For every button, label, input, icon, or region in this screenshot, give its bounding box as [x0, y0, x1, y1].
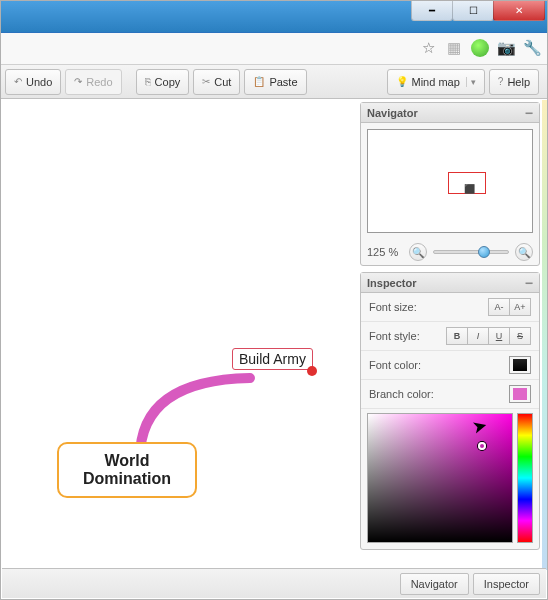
- browser-action-icons: ☆ ▦ 📷 🔧: [419, 39, 541, 57]
- navigator-tab[interactable]: Navigator: [400, 573, 469, 595]
- help-button[interactable]: ?Help: [489, 69, 539, 95]
- redo-button[interactable]: ↷Redo: [65, 69, 121, 95]
- status-bar: Navigator Inspector: [2, 568, 546, 598]
- main-toolbar: ↶Undo ↷Redo ⎘Copy ✂Cut 📋Paste 💡Mind map▾…: [1, 65, 547, 99]
- font-size-decrease-button[interactable]: A-: [488, 298, 510, 316]
- inspector-titlebar[interactable]: Inspector −: [361, 273, 539, 293]
- close-button[interactable]: ✕: [493, 1, 545, 21]
- copy-label: Copy: [155, 76, 181, 88]
- wrench-icon[interactable]: 🔧: [523, 39, 541, 57]
- collapse-icon[interactable]: −: [525, 278, 533, 288]
- address-bar: ☆ ▦ 📷 🔧: [1, 33, 547, 65]
- minimap-content: ⬛: [464, 184, 475, 194]
- font-size-row: Font size: A- A+: [361, 293, 539, 322]
- window-controls: ━ ☐ ✕: [412, 1, 545, 21]
- bulb-icon: 💡: [396, 76, 408, 87]
- inspector-panel: Inspector − Font size: A- A+ Font style:…: [360, 272, 540, 550]
- undo-label: Undo: [26, 76, 52, 88]
- presence-icon[interactable]: [471, 39, 489, 57]
- cut-label: Cut: [214, 76, 231, 88]
- color-picker: [367, 413, 533, 543]
- window-border-decoration: [542, 100, 548, 570]
- collapse-icon[interactable]: −: [525, 108, 533, 118]
- color-picker-handle[interactable]: [478, 442, 486, 450]
- font-color-swatch[interactable]: [509, 356, 531, 374]
- grid-icon[interactable]: ▦: [445, 39, 463, 57]
- bold-button[interactable]: B: [446, 327, 468, 345]
- child-node[interactable]: Build Army: [232, 348, 313, 370]
- inspector-title: Inspector: [367, 277, 417, 289]
- font-size-label: Font size:: [369, 301, 417, 313]
- font-size-increase-button[interactable]: A+: [509, 298, 531, 316]
- minimize-button[interactable]: ━: [411, 1, 453, 21]
- navigator-preview[interactable]: ⬛: [367, 129, 533, 233]
- help-label: Help: [507, 76, 530, 88]
- window-titlebar: ━ ☐ ✕: [1, 1, 547, 33]
- node-handle[interactable]: [307, 366, 317, 376]
- camera-icon[interactable]: 📷: [497, 39, 515, 57]
- copy-icon: ⎘: [145, 76, 151, 87]
- help-icon: ?: [498, 76, 504, 87]
- root-node-label: World Domination: [59, 452, 195, 488]
- italic-button[interactable]: I: [467, 327, 489, 345]
- branch-color-swatch[interactable]: [509, 385, 531, 403]
- cut-button[interactable]: ✂Cut: [193, 69, 240, 95]
- redo-icon: ↷: [74, 76, 82, 87]
- mindmap-menu-button[interactable]: 💡Mind map▾: [387, 69, 485, 95]
- zoom-controls: 125 % 🔍 🔍: [361, 239, 539, 267]
- zoom-slider-thumb[interactable]: [478, 246, 490, 258]
- zoom-in-button[interactable]: 🔍: [515, 243, 533, 261]
- font-style-row: Font style: B I U S: [361, 322, 539, 351]
- child-node-label: Build Army: [239, 351, 306, 367]
- zoom-out-button[interactable]: 🔍: [409, 243, 427, 261]
- hue-slider[interactable]: [517, 413, 533, 543]
- font-color-row: Font color:: [361, 351, 539, 380]
- redo-label: Redo: [86, 76, 112, 88]
- underline-button[interactable]: U: [488, 327, 510, 345]
- copy-button[interactable]: ⎘Copy: [136, 69, 190, 95]
- maximize-button[interactable]: ☐: [452, 1, 494, 21]
- navigator-title: Navigator: [367, 107, 418, 119]
- saturation-value-area[interactable]: [367, 413, 513, 543]
- chevron-down-icon: ▾: [466, 77, 476, 87]
- star-icon[interactable]: ☆: [419, 39, 437, 57]
- inspector-tab[interactable]: Inspector: [473, 573, 540, 595]
- undo-icon: ↶: [14, 76, 22, 87]
- zoom-slider[interactable]: [433, 250, 509, 254]
- font-style-label: Font style:: [369, 330, 420, 342]
- branch-color-row: Branch color:: [361, 380, 539, 409]
- mindmap-canvas[interactable]: World Domination Build Army Navigator − …: [2, 100, 546, 567]
- root-node[interactable]: World Domination: [57, 442, 197, 498]
- paste-label: Paste: [269, 76, 297, 88]
- branch-color-label: Branch color:: [369, 388, 434, 400]
- navigator-panel: Navigator − ⬛ 125 % 🔍 🔍: [360, 102, 540, 266]
- paste-button[interactable]: 📋Paste: [244, 69, 306, 95]
- font-color-label: Font color:: [369, 359, 421, 371]
- mindmap-label: Mind map: [412, 76, 460, 88]
- cut-icon: ✂: [202, 76, 210, 87]
- paste-icon: 📋: [253, 76, 265, 87]
- zoom-value: 125 %: [367, 246, 403, 258]
- navigator-titlebar[interactable]: Navigator −: [361, 103, 539, 123]
- undo-button[interactable]: ↶Undo: [5, 69, 61, 95]
- strike-button[interactable]: S: [509, 327, 531, 345]
